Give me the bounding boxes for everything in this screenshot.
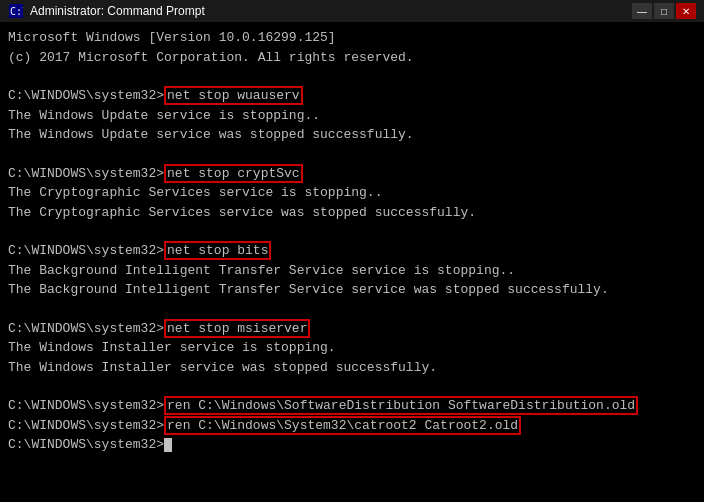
cmd-line-6: C:\WINDOWS\system32>ren C:\Windows\Syste… <box>8 416 696 436</box>
prompt-6: C:\WINDOWS\system32> <box>8 418 164 433</box>
prompt-2: C:\WINDOWS\system32> <box>8 166 164 181</box>
command-4: net stop msiserver <box>164 319 310 338</box>
command-5: ren C:\Windows\SoftwareDistribution Soft… <box>164 396 638 415</box>
prompt-1: C:\WINDOWS\system32> <box>8 88 164 103</box>
spacer-3 <box>8 222 696 241</box>
cmd-line-1: C:\WINDOWS\system32>net stop wuauserv <box>8 86 696 106</box>
output-4-2: The Windows Installer service was stoppe… <box>8 358 696 378</box>
output-2-1: The Cryptographic Services service is st… <box>8 183 696 203</box>
command-6: ren C:\Windows\System32\catroot2 Catroot… <box>164 416 521 435</box>
cursor <box>164 438 172 452</box>
minimize-button[interactable]: — <box>632 3 652 19</box>
final-prompt-line: C:\WINDOWS\system32> <box>8 435 696 455</box>
final-prompt: C:\WINDOWS\system32> <box>8 437 164 452</box>
terminal-body: Microsoft Windows [Version 10.0.16299.12… <box>0 22 704 502</box>
svg-text:C:\: C:\ <box>10 6 23 17</box>
spacer-1 <box>8 67 696 86</box>
window-controls: — □ ✕ <box>632 3 696 19</box>
close-button[interactable]: ✕ <box>676 3 696 19</box>
cmd-icon: C:\ <box>8 3 24 19</box>
title-bar: C:\ Administrator: Command Prompt — □ ✕ <box>0 0 704 22</box>
output-4-1: The Windows Installer service is stoppin… <box>8 338 696 358</box>
cmd-line-2: C:\WINDOWS\system32>net stop cryptSvc <box>8 164 696 184</box>
command-2: net stop cryptSvc <box>164 164 303 183</box>
prompt-5: C:\WINDOWS\system32> <box>8 398 164 413</box>
output-2-2: The Cryptographic Services service was s… <box>8 203 696 223</box>
spacer-2 <box>8 145 696 164</box>
output-1-2: The Windows Update service was stopped s… <box>8 125 696 145</box>
spacer-4 <box>8 300 696 319</box>
cmd-line-5: C:\WINDOWS\system32>ren C:\Windows\Softw… <box>8 396 696 416</box>
prompt-4: C:\WINDOWS\system32> <box>8 321 164 336</box>
output-3-2: The Background Intelligent Transfer Serv… <box>8 280 696 300</box>
spacer-5 <box>8 377 696 396</box>
window-title: Administrator: Command Prompt <box>30 4 205 18</box>
cmd-line-3: C:\WINDOWS\system32>net stop bits <box>8 241 696 261</box>
header-line-2: (c) 2017 Microsoft Corporation. All righ… <box>8 48 696 68</box>
output-3-1: The Background Intelligent Transfer Serv… <box>8 261 696 281</box>
command-1: net stop wuauserv <box>164 86 303 105</box>
command-3: net stop bits <box>164 241 271 260</box>
cmd-line-4: C:\WINDOWS\system32>net stop msiserver <box>8 319 696 339</box>
header-line-1: Microsoft Windows [Version 10.0.16299.12… <box>8 28 696 48</box>
prompt-3: C:\WINDOWS\system32> <box>8 243 164 258</box>
output-1-1: The Windows Update service is stopping.. <box>8 106 696 126</box>
maximize-button[interactable]: □ <box>654 3 674 19</box>
